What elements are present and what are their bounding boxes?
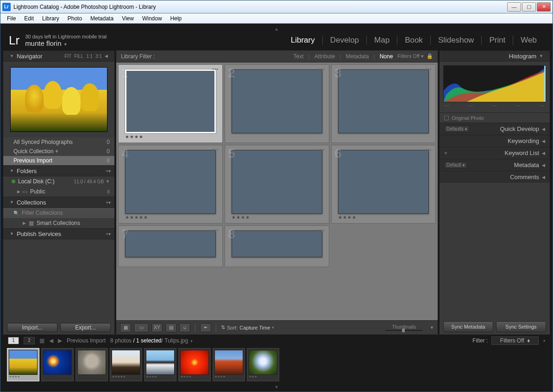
add-publish-icon[interactable]: +▾ <box>106 231 111 236</box>
panel-preset-dropdown[interactable]: Default ♦ <box>444 162 467 168</box>
filter-none[interactable]: None <box>380 53 393 60</box>
module-library[interactable]: Library <box>283 36 323 45</box>
module-web[interactable]: Web <box>513 36 544 45</box>
nav-3to1[interactable]: 3:1 <box>95 54 102 59</box>
filmstrip-cell-7[interactable]: ★★★★ <box>213 348 245 381</box>
thumbnail-size-slider[interactable]: Thumbnails <box>385 324 422 331</box>
cell-menu-icon[interactable]: ••• <box>425 67 432 72</box>
menu-view[interactable]: View <box>118 14 138 23</box>
thumbnail-image[interactable] <box>125 230 216 257</box>
user-name[interactable]: munte florin ▼ <box>25 39 107 47</box>
thumbnail-image[interactable] <box>232 69 322 133</box>
filmstrip-cell-1[interactable]: ★★★★ <box>7 348 39 381</box>
collections-header[interactable]: ▼ Collections +▾ <box>3 197 114 208</box>
toolbar-disclosure-icon[interactable]: ▼ <box>430 325 434 330</box>
rating-stars[interactable] <box>338 133 429 141</box>
cell-menu-icon[interactable]: ••• <box>212 228 219 233</box>
cell-menu-icon[interactable]: ••• <box>319 147 325 152</box>
grid-cell-5[interactable]: 5•••★★★★ <box>225 145 329 224</box>
catalog-all-synced[interactable]: All Synced Photographs0 <box>3 137 114 147</box>
nav-fit[interactable]: FIT <box>64 54 71 59</box>
maximize-button[interactable]: ▢ <box>522 2 536 12</box>
module-map[interactable]: Map <box>367 36 397 45</box>
sync-settings-button[interactable]: Sync Settings <box>496 321 546 332</box>
filters-state[interactable]: Filters Off ▾ 🔒 <box>397 53 433 59</box>
rating-stars[interactable]: ★★★★ <box>338 214 429 221</box>
module-book[interactable]: Book <box>397 36 431 45</box>
add-icon[interactable]: + <box>444 150 447 156</box>
filmstrip-cell-6[interactable]: ★★★★ <box>178 348 211 381</box>
grid-mode-icon[interactable]: ▦ <box>39 337 44 344</box>
grid-cell-7[interactable]: 7••• <box>118 225 223 267</box>
filmstrip-cell-3[interactable] <box>75 348 108 381</box>
grid-cell-1[interactable]: 1•••★★★★ <box>118 64 223 143</box>
cell-menu-icon[interactable]: ••• <box>319 228 325 233</box>
histogram-header[interactable]: Histogram ▼ <box>440 50 550 62</box>
histogram-display[interactable]: ————— <box>440 62 550 112</box>
filter-attribute[interactable]: Attribute <box>314 53 335 60</box>
grid-view-button[interactable]: ▦ <box>120 323 131 332</box>
breadcrumb[interactable]: Previous Import <box>67 337 106 344</box>
panel-keyword-list[interactable]: +Keyword List◀ <box>440 147 550 159</box>
menu-photo[interactable]: Photo <box>64 14 86 23</box>
thumbnail-image[interactable] <box>338 69 429 133</box>
expand-icon[interactable]: ▶ <box>23 221 26 225</box>
module-print[interactable]: Print <box>482 36 513 45</box>
top-panel-toggle-icon[interactable]: ▲ <box>274 26 279 31</box>
sort-control[interactable]: ⇅ Sort: Capture Time ♦ <box>221 324 274 330</box>
chevron-down-icon[interactable]: ▼ <box>106 179 110 184</box>
filter-collections-input[interactable]: 🔍 Filter Collections <box>3 208 114 218</box>
survey-view-button[interactable]: ▤ <box>165 323 176 332</box>
rating-stars[interactable] <box>125 257 216 265</box>
cell-menu-icon[interactable]: ••• <box>212 67 219 72</box>
import-button[interactable]: Import... <box>7 323 57 332</box>
menu-metadata[interactable]: Metadata <box>87 14 117 23</box>
original-photo-toggle[interactable]: Original Photo <box>440 112 550 123</box>
nav-1to1[interactable]: 1:1 <box>86 54 93 59</box>
pane-1-button[interactable]: 1 <box>8 337 19 344</box>
rating-stars[interactable] <box>232 257 322 265</box>
cell-menu-icon[interactable]: ••• <box>319 67 325 72</box>
filmstrip-cell-4[interactable]: ★★★★★ <box>110 348 142 381</box>
loupe-view-button[interactable]: ▭ <box>134 323 149 332</box>
filter-switch-icon[interactable]: ▪ <box>543 337 545 344</box>
thumbnail-image[interactable] <box>232 150 322 214</box>
module-slideshow[interactable]: Slideshow <box>431 36 482 45</box>
menu-file[interactable]: File <box>3 14 19 23</box>
filmstrip-filter[interactable]: Filter : Filters Off ♦ ▪ <box>472 337 545 344</box>
folder-public[interactable]: ▶ ▭ Public 8 <box>3 187 114 197</box>
rating-stars[interactable] <box>232 133 322 141</box>
navigator-preview[interactable] <box>3 62 114 137</box>
menu-help[interactable]: Help <box>167 14 186 23</box>
nav-fill[interactable]: FILL <box>74 54 83 59</box>
thumbnail-image[interactable] <box>125 69 216 133</box>
collection-smart[interactable]: ▶ ▦ Smart Collections <box>3 218 114 228</box>
pane-2-button[interactable]: 2 <box>24 337 35 344</box>
panel-comments[interactable]: Comments◀ <box>440 171 550 183</box>
filmstrip-cell-5[interactable]: ★★★★ <box>144 348 176 381</box>
expand-icon[interactable]: ▶ <box>17 189 20 194</box>
cell-menu-icon[interactable]: ••• <box>425 147 432 152</box>
cell-menu-icon[interactable]: ••• <box>212 147 219 152</box>
menu-edit[interactable]: Edit <box>20 14 38 23</box>
navigator-header[interactable]: ▼ Navigator FIT FILL 1:1 3:1 ◀ <box>3 50 114 62</box>
sync-metadata-button[interactable]: Sync Metadata <box>443 321 493 332</box>
catalog-previous-import[interactable]: Previous Import8 <box>3 156 114 165</box>
filter-metadata[interactable]: Metadata <box>346 53 369 60</box>
grid-cell-6[interactable]: 6•••★★★★ <box>331 145 436 224</box>
export-button[interactable]: Export... <box>60 323 111 332</box>
panel-quick-develop[interactable]: Defaults ♦Quick Develop◀ <box>440 123 550 135</box>
painter-tool-button[interactable]: ✒ <box>200 323 211 332</box>
grid-cell-4[interactable]: 4•••★★★★★ <box>118 145 223 224</box>
filmstrip-cell-2[interactable] <box>41 348 74 381</box>
grid-cell-8[interactable]: 8••• <box>225 225 329 267</box>
rating-stars[interactable]: ★★★★★ <box>125 214 216 221</box>
panel-keywording[interactable]: Keywording◀ <box>440 135 550 147</box>
folders-header[interactable]: ▼ Folders +▾ <box>3 165 114 176</box>
add-folder-icon[interactable]: +▾ <box>106 168 111 174</box>
rating-stars[interactable]: ★★★★ <box>232 214 322 221</box>
disk-row[interactable]: Local Disk (C:) 11.0 / 49.4 GB ▼ <box>3 176 114 187</box>
bottom-panel-toggle-icon[interactable]: ▲ <box>274 385 279 390</box>
thumbnail-image[interactable] <box>125 150 216 214</box>
catalog-quick-collection[interactable]: Quick Collection +0 <box>3 147 114 156</box>
